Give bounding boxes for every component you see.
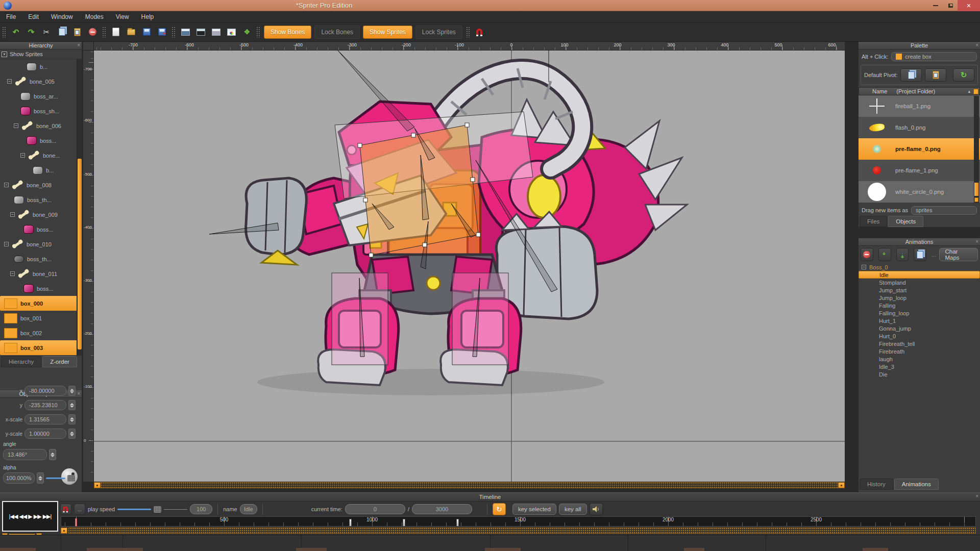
tree-row[interactable]: − boss... — [0, 222, 82, 237]
property-value-field[interactable]: -80.00000 — [24, 386, 66, 396]
close-icon[interactable]: × — [975, 42, 978, 48]
lock-sprites-button[interactable]: Lock Sprites — [415, 26, 462, 39]
tree-row[interactable]: − boss_th... — [0, 252, 82, 266]
tree-row[interactable]: − bone_006 — [0, 118, 82, 133]
spinner-control[interactable] — [37, 472, 44, 484]
key-all-button[interactable]: key all — [559, 504, 587, 515]
scrollbar-thumb[interactable] — [68, 528, 976, 534]
timeline-scrollbar[interactable] — [61, 528, 976, 534]
slider-track[interactable] — [164, 509, 187, 510]
alpha-field[interactable]: 100.000% — [3, 472, 35, 484]
animation-row[interactable]: Hurt_0 — [859, 332, 980, 340]
alpha-slider-grip[interactable] — [67, 475, 75, 482]
duration-field[interactable]: 3000 — [412, 504, 472, 514]
tree-row[interactable]: − bone_010 — [0, 237, 82, 252]
tree-row[interactable]: − bone_008 — [0, 178, 82, 192]
property-value-field[interactable]: -235.23810 — [24, 400, 66, 410]
show-sprites-button[interactable]: Show Sprites — [363, 26, 412, 39]
hierarchy-tab[interactable]: Hierarchy — [1, 356, 41, 367]
spinner-control[interactable] — [68, 400, 76, 410]
new-file-icon[interactable] — [109, 26, 122, 38]
animation-row[interactable]: Gonna_jump — [859, 324, 980, 332]
tree-row[interactable]: − bone... — [0, 148, 82, 163]
save-icon[interactable] — [140, 26, 153, 38]
tree-row[interactable]: − bone_009 — [0, 207, 82, 222]
tree-row[interactable]: − boss... — [0, 281, 82, 296]
sort-asc-icon[interactable]: ▲ — [967, 89, 971, 94]
show-sprites-checkbox[interactable]: × — [2, 52, 7, 57]
keyframe-marker[interactable] — [403, 519, 405, 527]
lock-bones-button[interactable]: Lock Bones — [314, 26, 360, 39]
scroll-right-button[interactable] — [838, 482, 845, 488]
file-row[interactable]: pre-flame_0.png — [859, 138, 980, 160]
fullscreen-icon[interactable]: ✥ — [240, 26, 253, 38]
file-row[interactable]: fireball_1.png — [859, 95, 980, 117]
alt-click-dropdown[interactable]: create box — [891, 52, 977, 61]
palette-tab[interactable]: Objects — [888, 216, 923, 227]
color-window-icon[interactable] — [225, 26, 238, 38]
timeline-ruler[interactable]: 5001000150020002500 — [61, 516, 976, 527]
redo-icon[interactable]: ↷ — [24, 26, 38, 38]
hierarchy-tab[interactable]: Z-order — [42, 356, 77, 367]
collapse-icon[interactable]: − — [10, 212, 15, 217]
tree-row[interactable]: − boss_ar... — [0, 89, 82, 104]
canvas-viewport[interactable] — [94, 51, 845, 482]
canvas-horizontal-scrollbar[interactable] — [94, 482, 845, 489]
tree-row[interactable]: − boss_sh... — [0, 104, 82, 118]
spinner-control[interactable] — [68, 429, 76, 439]
scroll-left-button[interactable] — [94, 482, 101, 488]
palette-tab[interactable]: Files — [860, 216, 887, 227]
animation-row[interactable]: Firebreath — [859, 347, 980, 355]
duplicate-animation-icon[interactable] — [914, 248, 926, 261]
tree-row[interactable]: − b... — [0, 163, 82, 178]
collapse-icon[interactable]: − — [4, 242, 9, 246]
loop-toggle-button[interactable]: ↻ — [493, 503, 506, 515]
scroll-bottom-button[interactable] — [974, 197, 978, 202]
scroll-top-button[interactable] — [973, 89, 978, 94]
playhead[interactable] — [75, 518, 77, 527]
file-row[interactable]: flash_0.png — [859, 117, 980, 138]
save-plus-icon[interactable] — [155, 26, 168, 38]
minimize-button[interactable] — [928, 0, 943, 11]
open-folder-icon[interactable] — [125, 26, 138, 38]
menu-item[interactable]: Window — [45, 13, 79, 20]
folder-column-header[interactable]: (Project Folder) — [896, 88, 935, 94]
animation-row[interactable]: Die — [859, 370, 980, 378]
tree-row[interactable]: − bone_005 — [0, 74, 82, 89]
animation-row[interactable]: Hurt_1 — [859, 317, 980, 324]
tree-row[interactable]: − bone_011 — [0, 266, 82, 281]
sound-icon[interactable] — [590, 503, 603, 515]
keyframe-marker[interactable] — [349, 519, 352, 527]
tree-row[interactable]: − box_003 — [0, 340, 82, 355]
play-speed-grip[interactable] — [154, 506, 161, 513]
file-list-header[interactable]: Name (Project Folder) ▲ — [859, 87, 980, 95]
play-speed-value[interactable]: 100 — [190, 504, 212, 514]
playback-button[interactable]: ▶ — [28, 513, 32, 520]
collapse-icon[interactable]: − — [20, 153, 25, 158]
undo-icon[interactable]: ↶ — [9, 26, 22, 38]
collapse-icon[interactable]: − — [4, 183, 9, 187]
refresh-icon[interactable]: ↻ — [953, 68, 974, 82]
restore-button[interactable] — [943, 0, 958, 11]
play-speed-slider[interactable] — [117, 509, 151, 510]
more-icon[interactable]: ... — [932, 252, 936, 258]
collapse-icon[interactable]: − — [7, 79, 12, 84]
show-bones-button[interactable]: Show Bones — [264, 26, 311, 39]
animation-row[interactable]: Firebreath_tell — [859, 340, 980, 347]
window-dark-icon[interactable] — [194, 26, 207, 38]
tree-row[interactable]: − box_002 — [0, 325, 82, 340]
current-time-field[interactable]: 0 — [345, 504, 405, 514]
menu-item[interactable]: View — [110, 13, 135, 20]
key-selected-button[interactable]: key selected — [512, 504, 556, 515]
angle-field[interactable]: 13.486° — [3, 449, 47, 460]
animation-row[interactable]: Falling — [859, 302, 980, 309]
menu-item[interactable]: Modes — [79, 13, 110, 20]
tree-row[interactable]: − boss_th... — [0, 192, 82, 207]
copy-pivot-icon[interactable] — [900, 68, 922, 82]
copy-icon[interactable] — [55, 26, 68, 38]
spinner-control[interactable] — [68, 386, 76, 396]
file-row[interactable]: white_circle_0.png — [859, 181, 980, 203]
collapse-icon[interactable]: − — [14, 123, 18, 128]
file-list-scrollbar[interactable] — [974, 96, 979, 203]
collapse-icon[interactable]: − — [862, 265, 866, 269]
